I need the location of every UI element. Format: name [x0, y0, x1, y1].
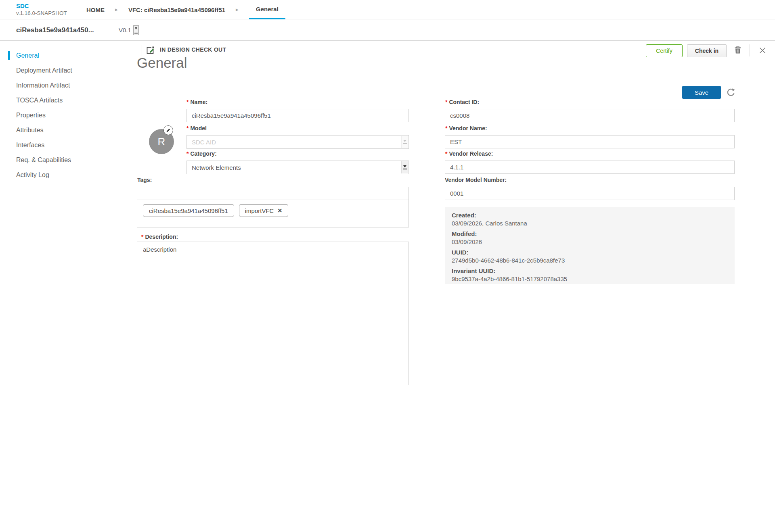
contact-id-label: *Contact ID: [445, 99, 479, 105]
trash-icon [733, 46, 742, 54]
refresh-icon [726, 87, 736, 98]
sdc-logo[interactable]: SDC v.1.16.0-SNAPSHOT [16, 2, 67, 17]
description-label: *Description: [141, 234, 178, 240]
model-value: SDC AID [192, 139, 216, 146]
required-asterisk: * [186, 150, 189, 157]
sdc-version-text: v.1.16.0-SNAPSHOT [16, 10, 67, 17]
top-bar: SDC v.1.16.0-SNAPSHOT HOME ▶ VFC: ciResb… [0, 0, 775, 19]
vendor-model-number-label: Vendor Model Number: [445, 177, 507, 183]
sidebar-item-label: Req. & Capabilities [16, 156, 71, 163]
required-asterisk: * [445, 125, 447, 131]
delete-button[interactable] [733, 46, 743, 55]
vendor-name-input[interactable] [445, 135, 735, 148]
sidebar-item-label: TOSCA Artifacts [16, 97, 63, 104]
chevron-down-icon [401, 161, 408, 173]
check-in-button[interactable]: Check in [687, 44, 727, 57]
certify-button[interactable]: Certify [646, 44, 683, 57]
contact-id-input[interactable] [445, 109, 735, 122]
divider [750, 44, 750, 56]
tag-chip: ciResba15e9a941a45096ff51 [143, 204, 234, 217]
sidebar-item-tosca-artifacts[interactable]: TOSCA Artifacts [0, 93, 97, 108]
chevron-down-icon [135, 27, 137, 29]
breadcrumb-vfc[interactable]: VFC: ciResba15e9a941a45096ff51 [128, 6, 225, 13]
sidebar-item-attributes[interactable]: Attributes [0, 123, 97, 138]
breadcrumb-general-tab[interactable]: General [249, 0, 285, 19]
category-label: *Category: [186, 150, 217, 157]
sidebar-item-req-capabilities[interactable]: Req. & Capabilities [0, 152, 97, 167]
tag-chip-row: ciResba15e9a941a45096ff51 importVFC ✕ [137, 200, 408, 217]
pencil-icon [166, 128, 171, 133]
breadcrumb-arrow-icon: ▶ [115, 8, 118, 12]
description-textarea[interactable]: aDescription [137, 242, 409, 385]
active-indicator [8, 51, 10, 60]
sidebar-item-properties[interactable]: Properties [0, 108, 97, 123]
sidebar-item-general[interactable]: General [0, 48, 97, 63]
page-title: General [137, 55, 187, 71]
avatar-letter: R [158, 136, 165, 148]
required-asterisk: * [186, 125, 189, 131]
tags-input[interactable] [137, 187, 408, 200]
metadata-panel: Created: 03/09/2026, Carlos Santana Modi… [445, 207, 735, 284]
breadcrumb-arrow-icon: ▶ [236, 8, 239, 12]
close-button[interactable] [758, 46, 767, 55]
sidebar-item-deployment-artifact[interactable]: Deployment Artifact [0, 63, 97, 78]
required-asterisk: * [445, 150, 447, 157]
tag-chip-label: importVFC [245, 207, 274, 214]
invariant-uuid-label: Invariant UUID: [452, 267, 735, 275]
breadcrumb-home[interactable]: HOME [86, 6, 105, 13]
sidebar-item-label: General [16, 52, 39, 59]
tag-chip: importVFC ✕ [239, 204, 288, 217]
vendor-release-label: *Vendor Release: [445, 150, 493, 157]
sdc-logo-text: SDC [16, 2, 67, 10]
sidebar-item-label: Attributes [16, 127, 44, 134]
entity-title: ciResba15e9a941a450... [0, 19, 97, 41]
invariant-uuid-value: 9bc9537a-4a2b-4866-81b1-51792078a335 [452, 275, 735, 283]
tags-label: Tags: [137, 177, 152, 183]
vendor-name-label: *Vendor Name: [445, 125, 487, 131]
spinner-bar [134, 33, 138, 34]
required-asterisk: * [445, 99, 447, 105]
created-value: 03/09/2026, Carlos Santana [452, 219, 735, 227]
revert-button[interactable] [726, 87, 736, 98]
name-label: *Name: [186, 99, 207, 105]
uuid-label: UUID: [452, 248, 735, 257]
divider [142, 45, 142, 56]
sidebar-item-label: Properties [16, 112, 46, 119]
modified-value: 03/09/2026 [452, 238, 735, 246]
tags-container: ciResba15e9a941a45096ff51 importVFC ✕ [137, 187, 409, 227]
modified-label: Modifed: [452, 230, 735, 238]
sidebar-item-label: Activity Log [16, 171, 49, 178]
edit-avatar-button[interactable] [163, 125, 173, 135]
sidebar-item-information-artifact[interactable]: Information Artifact [0, 78, 97, 93]
version-label: V0.1 [119, 19, 131, 41]
sidebar-item-interfaces[interactable]: Interfaces [0, 138, 97, 152]
model-select: SDC AID [186, 135, 409, 149]
entity-toolbar: ciResba15e9a941a450... V0.1 IN DESIGN CH… [0, 19, 775, 41]
tag-chip-label: ciResba15e9a941a45096ff51 [149, 207, 228, 214]
sidebar-item-label: Interfaces [16, 142, 44, 148]
name-input[interactable] [186, 109, 409, 122]
created-label: Created: [452, 211, 735, 219]
chevron-down-icon [401, 136, 408, 148]
sidebar-item-label: Deployment Artifact [16, 67, 72, 74]
sidebar-item-label: Information Artifact [16, 82, 70, 89]
model-label: *Model [186, 125, 207, 131]
required-asterisk: * [141, 234, 143, 240]
uuid-value: 2749d5b0-4662-48b6-841c-2c5b9ca8fe73 [452, 257, 735, 265]
vendor-release-input[interactable] [445, 161, 735, 174]
close-icon [758, 46, 767, 55]
category-select[interactable]: Network Elements [186, 161, 409, 174]
remove-tag-icon[interactable]: ✕ [277, 207, 282, 214]
required-asterisk: * [186, 99, 189, 105]
vendor-model-number-input[interactable] [445, 187, 735, 200]
save-button[interactable]: Save [682, 86, 721, 99]
left-nav: General Deployment Artifact Information … [0, 41, 97, 532]
version-selector[interactable] [133, 25, 139, 35]
category-value: Network Elements [192, 164, 241, 171]
sidebar-item-activity-log[interactable]: Activity Log [0, 167, 97, 182]
breadcrumb: HOME ▶ VFC: ciResba15e9a941a45096ff51 ▶ … [86, 0, 285, 19]
